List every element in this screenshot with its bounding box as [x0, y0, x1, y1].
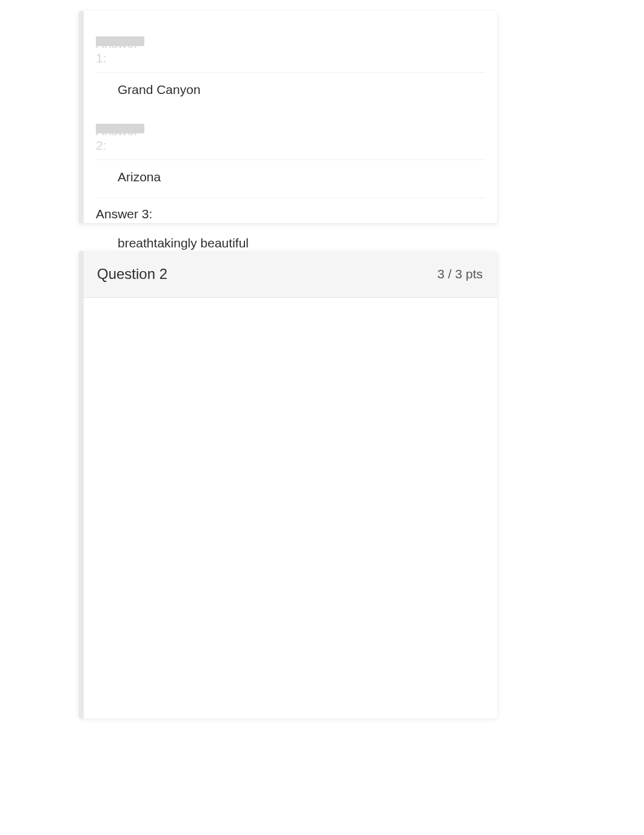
question-2-body: [84, 298, 497, 719]
question-1-card: Answer 1: Grand Canyon Answer 2: Arizona…: [79, 11, 497, 223]
answer-3-label: Answer 3:: [96, 198, 485, 226]
answer-1-label-row: Answer 1:: [96, 23, 485, 73]
answer-1-block: Answer 1: Grand Canyon: [96, 23, 485, 107]
question-2-card: Question 2 3 / 3 pts: [79, 251, 497, 718]
question-2-points: 3 / 3 pts: [437, 267, 483, 281]
question-2-header: Question 2 3 / 3 pts: [84, 251, 497, 298]
answer-1-value: Grand Canyon: [96, 73, 485, 107]
answer-2-label-redacted: Answer 2:: [96, 124, 144, 133]
answer-2-value: Arizona: [96, 160, 485, 194]
answer-2-block: Answer 2: Arizona: [96, 110, 485, 194]
answer-1-label-redacted: Answer 1:: [96, 36, 144, 46]
question-2-title: Question 2: [97, 266, 167, 283]
question-1-answers: Answer 1: Grand Canyon Answer 2: Arizona…: [84, 11, 497, 276]
answer-2-label-row: Answer 2:: [96, 110, 485, 160]
